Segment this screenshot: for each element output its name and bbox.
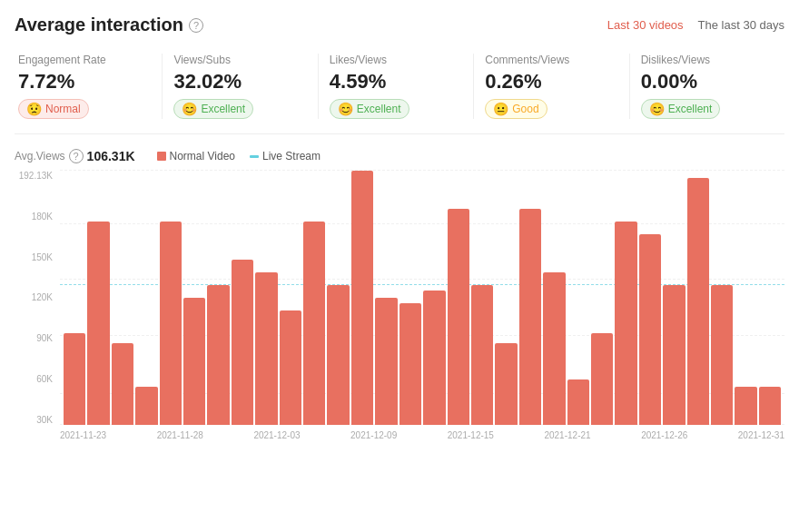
- bar-6[interactable]: [207, 285, 229, 425]
- metric-value-0: 7.72%: [18, 70, 151, 94]
- x-label-0: 2021-11-23: [60, 430, 106, 440]
- x-label-6: 2021-12-26: [641, 430, 687, 440]
- y-label-0: 192.13K: [15, 171, 58, 181]
- metrics-row: Engagement Rate 7.72% 😟 Normal Views/Sub…: [15, 54, 784, 134]
- badge-text-0: Normal: [45, 103, 81, 115]
- y-label-3: 120K: [15, 292, 58, 302]
- x-label-1: 2021-11-28: [157, 430, 203, 440]
- bar-14[interactable]: [400, 303, 421, 425]
- chart-legend: Normal Video Live Stream: [157, 150, 321, 163]
- bar-25[interactable]: [663, 285, 685, 425]
- metric-value-4: 0.00%: [641, 70, 774, 94]
- y-label-2: 150K: [15, 252, 58, 262]
- bar-27[interactable]: [711, 285, 733, 425]
- y-axis: 192.13K180K150K120K90K60K30K: [15, 171, 58, 425]
- bar-10[interactable]: [303, 222, 325, 425]
- metric-label-2: Likes/Views: [330, 54, 462, 66]
- metric-label-3: Comments/Views: [485, 54, 617, 66]
- metric-badge-4: 😊 Excellent: [641, 99, 721, 119]
- bar-0[interactable]: [64, 333, 85, 425]
- badge-icon-1: 😊: [182, 102, 197, 116]
- y-label-4: 90K: [15, 333, 58, 343]
- legend-live-icon: [250, 155, 259, 158]
- bar-20[interactable]: [543, 272, 565, 425]
- metric-badge-2: 😊 Excellent: [330, 99, 409, 119]
- page-header: Average interaction ? Last 30 videos The…: [15, 15, 784, 35]
- metric-badge-1: 😊 Excellent: [173, 99, 253, 119]
- metric-item-3: Comments/Views 0.26% 😐 Good: [474, 54, 629, 119]
- bar-5[interactable]: [183, 298, 205, 425]
- legend-live-stream: Live Stream: [250, 150, 321, 163]
- x-label-5: 2021-12-21: [544, 430, 590, 440]
- metric-label-4: Dislikes/Views: [641, 54, 774, 66]
- y-label-5: 60K: [15, 374, 58, 384]
- bar-19[interactable]: [519, 209, 541, 425]
- x-label-2: 2021-12-03: [253, 430, 300, 440]
- metric-item-1: Views/Subs 32.02% 😊 Excellent: [163, 54, 318, 119]
- chart-header: Avg.Views ? 106.31K Normal Video Live St…: [15, 149, 784, 163]
- header-left: Average interaction ?: [15, 15, 203, 35]
- badge-text-4: Excellent: [668, 103, 713, 115]
- bar-13[interactable]: [375, 298, 397, 425]
- bar-9[interactable]: [280, 310, 301, 425]
- bar-24[interactable]: [639, 234, 661, 425]
- bar-23[interactable]: [615, 222, 636, 425]
- badge-text-3: Good: [512, 103, 538, 115]
- bar-15[interactable]: [423, 291, 445, 425]
- avg-views-value: 106.31K: [87, 149, 135, 163]
- legend-normal-icon: [157, 152, 166, 161]
- badge-icon-2: 😊: [338, 102, 353, 116]
- legend-normal-video: Normal Video: [157, 150, 235, 163]
- filter-last30days[interactable]: The last 30 days: [698, 18, 784, 32]
- chart-area: 192.13K180K150K120K90K60K30K 2021-11-232…: [15, 171, 784, 452]
- metric-item-2: Likes/Views 4.59% 😊 Excellent: [319, 54, 474, 119]
- metric-label-0: Engagement Rate: [18, 54, 151, 66]
- badge-text-2: Excellent: [357, 103, 401, 115]
- metric-badge-3: 😐 Good: [485, 99, 547, 119]
- bar-26[interactable]: [687, 178, 709, 425]
- x-labels: 2021-11-232021-11-282021-12-032021-12-09…: [60, 430, 784, 440]
- page-container: Average interaction ? Last 30 videos The…: [0, 0, 799, 532]
- metric-label-1: Views/Subs: [173, 54, 306, 66]
- metric-badge-0: 😟 Normal: [18, 99, 89, 119]
- badge-text-1: Excellent: [201, 103, 245, 115]
- bar-1[interactable]: [87, 222, 109, 425]
- bar-17[interactable]: [471, 285, 493, 425]
- bar-8[interactable]: [255, 272, 277, 425]
- metric-value-2: 4.59%: [330, 70, 462, 94]
- bar-21[interactable]: [567, 379, 589, 425]
- bar-11[interactable]: [327, 285, 349, 425]
- y-label-6: 30K: [15, 415, 58, 425]
- bar-3[interactable]: [135, 387, 157, 425]
- x-label-7: 2021-12-31: [738, 430, 784, 440]
- bar-18[interactable]: [495, 343, 517, 425]
- bar-4[interactable]: [160, 222, 182, 425]
- y-label-1: 180K: [15, 212, 58, 222]
- header-filters: Last 30 videos The last 30 days: [607, 18, 784, 32]
- legend-live-label: Live Stream: [262, 150, 321, 163]
- metric-value-3: 0.26%: [485, 70, 617, 94]
- bars-container: [60, 171, 784, 425]
- bar-28[interactable]: [735, 387, 756, 425]
- metric-value-1: 32.02%: [173, 70, 306, 94]
- bar-29[interactable]: [759, 387, 781, 425]
- chart-help-icon[interactable]: ?: [69, 149, 84, 163]
- bar-2[interactable]: [112, 343, 133, 425]
- legend-normal-label: Normal Video: [170, 150, 235, 163]
- bar-16[interactable]: [448, 209, 469, 425]
- metric-item-0: Engagement Rate 7.72% 😟 Normal: [15, 54, 163, 119]
- bar-22[interactable]: [591, 333, 613, 425]
- help-icon[interactable]: ?: [189, 18, 203, 33]
- badge-icon-4: 😊: [649, 102, 665, 116]
- avg-views-label: Avg.Views ? 106.31K: [15, 149, 135, 163]
- bar-12[interactable]: [351, 171, 373, 425]
- badge-icon-3: 😐: [493, 102, 508, 116]
- badge-icon-0: 😟: [26, 102, 42, 116]
- bar-7[interactable]: [232, 260, 253, 425]
- x-axis: 2021-11-232021-11-282021-12-032021-12-09…: [60, 427, 784, 452]
- page-title: Average interaction: [15, 15, 183, 35]
- x-label-3: 2021-12-09: [350, 430, 397, 440]
- filter-last30videos[interactable]: Last 30 videos: [607, 18, 684, 32]
- x-label-4: 2021-12-15: [448, 430, 494, 440]
- chart-inner: [60, 171, 784, 425]
